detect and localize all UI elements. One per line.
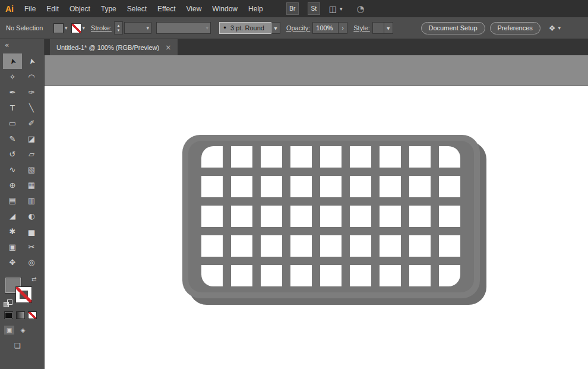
opacity-value: 100%	[316, 24, 333, 31]
menu-edit[interactable]: Edit	[41, 5, 64, 13]
scale-tool[interactable]: ▱	[22, 146, 41, 162]
fill-color-control[interactable]: ▾	[53, 23, 68, 33]
fill-stroke-indicator: ⇄	[0, 275, 44, 309]
menu-bar: Ai FileEditObjectTypeSelectEffectViewWin…	[0, 0, 588, 17]
width-profile-select: ▾	[156, 22, 211, 34]
chevron-down-icon: ▾	[146, 25, 149, 31]
style-panel-link[interactable]: Style:	[353, 24, 370, 31]
brush-definition-value[interactable]: • 3 pt. Round	[219, 22, 271, 34]
default-fill-stroke-icon[interactable]	[4, 299, 12, 307]
column-graph-tool[interactable]: ▅	[22, 223, 41, 239]
chevron-down-icon: ▾	[65, 25, 68, 31]
pen-tool[interactable]: ✒	[3, 84, 22, 100]
style-select[interactable]	[372, 22, 384, 34]
curvature-tool[interactable]: ✑	[22, 84, 41, 100]
stroke-weight-stepper[interactable]: ▴ ▾	[114, 21, 123, 34]
chevron-down-icon: ▾	[558, 25, 561, 31]
selection-tool[interactable]: ➤	[3, 53, 22, 69]
tool-grid: ➤➤✧◠✒✑T╲▭✐✎◪↺▱∿▧⊕▦▤▥◢◐✱▅▣✂✥◎	[0, 53, 44, 270]
eraser-tool[interactable]: ◪	[22, 131, 41, 146]
gpu-performance-icon[interactable]: ◔	[357, 4, 365, 14]
document-setup-button[interactable]: Document Setup	[421, 22, 485, 34]
mesh-tool[interactable]: ▤	[3, 193, 22, 208]
fill-swatch[interactable]	[53, 23, 64, 33]
free-transform-tool[interactable]: ▧	[22, 162, 41, 177]
grate-artwork[interactable]	[182, 135, 486, 305]
menu-effect[interactable]: Effect	[152, 5, 181, 13]
eyedropper-tool[interactable]: ◢	[3, 208, 22, 223]
swap-fill-stroke-icon[interactable]: ⇄	[31, 276, 36, 282]
menu-object[interactable]: Object	[64, 5, 96, 13]
screen-mode-button[interactable]: ❏	[14, 342, 21, 350]
opacity-panel-link[interactable]: Opacity:	[286, 24, 310, 31]
stepper-up-icon[interactable]: ▴	[118, 23, 120, 28]
brush-definition-control[interactable]: • 3 pt. Round ▾	[219, 22, 280, 34]
illustrator-logo-icon: Ai	[0, 0, 19, 17]
menu-file[interactable]: File	[19, 5, 41, 13]
stroke-panel-link[interactable]: Stroke:	[91, 24, 112, 31]
zoom-tool[interactable]: ◎	[22, 254, 41, 270]
draw-mode-buttons: ▣ ◈	[4, 326, 28, 335]
bridge-button[interactable]: Br	[286, 2, 299, 15]
width-tool[interactable]: ∿	[3, 162, 22, 177]
document-tab[interactable]: Untitled-1* @ 100% (RGB/Preview) ×	[50, 39, 178, 55]
draw-normal-button[interactable]: ▣	[4, 326, 14, 335]
control-panel: No Selection ▾ ▾ Stroke: ▴ ▾ ▾ ▾ • 3 pt.…	[0, 17, 588, 39]
blend-tool[interactable]: ◐	[22, 208, 41, 223]
opacity-input[interactable]: 100%	[312, 22, 339, 34]
rectangle-tool[interactable]: ▭	[3, 115, 22, 131]
stroke-color-control[interactable]: ▾	[71, 23, 86, 33]
slice-tool[interactable]: ✂	[22, 239, 41, 254]
tools-panel: « ➤➤✧◠✒✑T╲▭✐✎◪↺▱∿▧⊕▦▤▥◢◐✱▅▣✂✥◎ ⇄ ▣ ◈ ❏	[0, 39, 45, 369]
panel-layout-icon: ◫	[329, 4, 337, 14]
draw-behind-button[interactable]: ◈	[18, 326, 28, 335]
chevron-down-icon[interactable]: ▾	[271, 22, 280, 34]
double-chevron-left-icon: «	[5, 41, 9, 49]
screen-mode-row: ❏	[14, 340, 21, 351]
perspective-grid-tool[interactable]: ▦	[22, 177, 41, 193]
magic-wand-tool[interactable]: ✧	[3, 69, 22, 84]
collapse-panel-button[interactable]: «	[0, 39, 44, 53]
menu-select[interactable]: Select	[122, 5, 152, 13]
gradient-button[interactable]	[16, 311, 25, 319]
document-tab-title: Untitled-1* @ 100% (RGB/Preview)	[56, 44, 159, 51]
none-button[interactable]	[28, 311, 37, 319]
canvas[interactable]	[45, 55, 588, 369]
chevron-down-icon[interactable]: ▾	[384, 22, 393, 34]
direct-selection-tool[interactable]: ➤	[22, 53, 41, 69]
shaper-tool[interactable]: ✎	[3, 131, 22, 146]
selection-status: No Selection	[6, 24, 50, 31]
stroke-color-indicator[interactable]	[15, 286, 32, 303]
gradient-tool[interactable]: ▥	[22, 193, 41, 208]
chevron-down-icon: ▾	[340, 6, 343, 12]
stroke-swatch-none[interactable]	[71, 23, 81, 33]
document-tab-strip: Untitled-1* @ 100% (RGB/Preview) ×	[45, 39, 588, 55]
symbol-sprayer-tool[interactable]: ✱	[3, 223, 22, 239]
lasso-tool[interactable]: ◠	[22, 69, 41, 84]
paintbrush-tool[interactable]: ✐	[22, 115, 41, 131]
color-button[interactable]	[4, 311, 13, 319]
hand-tool[interactable]: ✥	[3, 254, 22, 270]
chevron-down-icon: ▾	[83, 25, 86, 31]
line-segment-tool[interactable]: ╲	[22, 100, 41, 115]
stock-button[interactable]: St	[308, 2, 320, 15]
brush-name: 3 pt. Round	[230, 24, 264, 31]
close-icon[interactable]: ×	[165, 43, 171, 52]
color-mode-buttons	[4, 311, 37, 319]
menu-view[interactable]: View	[181, 5, 207, 13]
artboard-tool[interactable]: ▣	[3, 239, 22, 254]
shape-builder-tool[interactable]: ⊕	[3, 177, 22, 193]
rotate-tool[interactable]: ↺	[3, 146, 22, 162]
chevron-down-icon: ▾	[206, 25, 208, 31]
menu-help[interactable]: Help	[243, 5, 268, 13]
workspace-layout-control[interactable]: ◫ ▾	[329, 4, 343, 14]
opacity-expand-icon[interactable]: ›	[339, 22, 347, 34]
menu-type[interactable]: Type	[96, 5, 122, 13]
preferences-button[interactable]: Preferences	[490, 22, 540, 34]
arrange-control[interactable]: ❖ ▾	[549, 24, 561, 33]
stroke-weight-select[interactable]: ▾	[124, 22, 151, 34]
stepper-down-icon[interactable]: ▾	[118, 28, 120, 33]
illustrator-window: Ai FileEditObjectTypeSelectEffectViewWin…	[0, 0, 588, 369]
menu-window[interactable]: Window	[207, 5, 243, 13]
type-tool[interactable]: T	[3, 100, 22, 115]
